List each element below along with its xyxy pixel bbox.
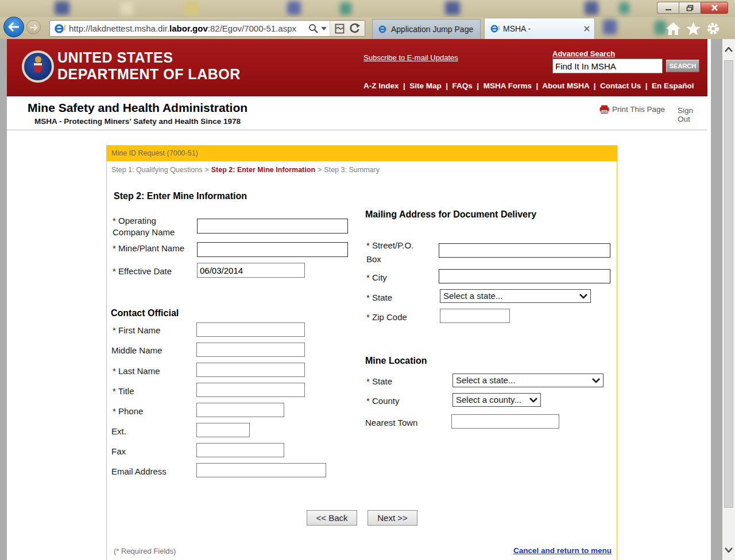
- back-step-button[interactable]: << Back: [307, 510, 357, 526]
- back-button[interactable]: [3, 17, 24, 37]
- minimize-button[interactable]: [657, 2, 679, 14]
- city-input[interactable]: [439, 269, 610, 283]
- tab-close-button[interactable]: [584, 24, 590, 33]
- operating-company-input[interactable]: [197, 219, 348, 234]
- mine-plant-input[interactable]: [197, 242, 348, 257]
- subscribe-link[interactable]: Subscribe to E-mail Updates: [363, 53, 458, 62]
- favorites-star-icon[interactable]: [686, 22, 701, 36]
- search-icon: [308, 24, 318, 33]
- scroll-down-button[interactable]: [722, 542, 735, 558]
- nav-faqs[interactable]: FAQs: [452, 81, 483, 90]
- close-button[interactable]: [701, 2, 728, 14]
- phone-input[interactable]: [196, 403, 284, 417]
- breadcrumb: Step 1: Qualifying Questions>Step 2: Ent…: [107, 161, 617, 178]
- middle-name-input[interactable]: [196, 343, 305, 357]
- forward-button[interactable]: [26, 20, 41, 34]
- nav-about-msha[interactable]: About MSHA: [542, 81, 600, 90]
- ext-label: Ext.: [111, 426, 126, 437]
- county-select[interactable]: Select a county...: [452, 393, 541, 407]
- location-state-value: Select a state...: [456, 375, 515, 385]
- chevron-down-icon: [592, 378, 600, 383]
- ie-icon: [489, 24, 500, 34]
- middle-name-label: Middle Name: [111, 345, 162, 356]
- settings-gear-icon[interactable]: [706, 22, 720, 36]
- desktop-icon-blur: [585, 1, 598, 15]
- effective-date-input[interactable]: [197, 263, 305, 278]
- msha-search-input[interactable]: [552, 59, 663, 73]
- street-input[interactable]: [439, 243, 610, 258]
- chevron-down-icon: [529, 398, 537, 403]
- chevron-down-icon: [321, 27, 327, 30]
- city-label: * City: [366, 272, 387, 283]
- fax-input[interactable]: [196, 443, 284, 457]
- chevron-up-icon: [725, 47, 733, 52]
- url-text[interactable]: http://lakdnettest.msha.dir.labor.gov:82…: [69, 24, 305, 33]
- title-label: * Title: [113, 386, 134, 397]
- panel-title: Mine ID Request (7000-51): [107, 145, 617, 161]
- url-prefix: http://lakdnettest.msha.dir.: [69, 24, 169, 33]
- search-button[interactable]: SEARCH: [666, 60, 699, 72]
- nearest-town-input[interactable]: [451, 414, 559, 429]
- scroll-up-button[interactable]: [722, 41, 735, 57]
- nav-site-map[interactable]: Site Map: [409, 81, 452, 90]
- location-state-select[interactable]: Select a state...: [452, 374, 604, 387]
- sign-out-link[interactable]: Sign Out: [678, 106, 707, 123]
- desktop-icon-blur: [655, 21, 666, 34]
- advanced-search-link[interactable]: Advanced Search: [552, 49, 615, 58]
- street-label: * Street/P.O. Box: [366, 239, 426, 266]
- ie-icon: [377, 24, 388, 34]
- first-name-input[interactable]: [196, 322, 305, 337]
- tab-msha[interactable]: MSHA -: [484, 18, 595, 39]
- agency-line2: DEPARTMENT OF LABOR: [57, 66, 241, 83]
- vertical-scrollbar[interactable]: [722, 39, 735, 560]
- nav-msha-forms[interactable]: MSHA Forms: [483, 81, 543, 90]
- url-suffix: :82/Egov/7000-51.aspx: [208, 24, 296, 33]
- close-icon: [584, 26, 590, 32]
- ext-input[interactable]: [196, 423, 250, 437]
- nav-en-espanol[interactable]: En Español: [652, 81, 694, 90]
- first-name-label: * First Name: [113, 325, 160, 336]
- desktop-icon-blur: [287, 1, 301, 15]
- home-icon[interactable]: [666, 22, 680, 35]
- contact-official-heading: Contact Official: [111, 308, 179, 318]
- compatibility-view-icon[interactable]: [335, 24, 345, 34]
- phone-label: * Phone: [113, 406, 143, 417]
- url-domain: labor.gov: [169, 24, 208, 33]
- last-name-input[interactable]: [196, 363, 305, 377]
- zip-label: * Zip Code: [366, 312, 407, 323]
- cancel-return-link[interactable]: Cancel and return to menu: [513, 546, 612, 555]
- back-arrow-icon: [8, 22, 20, 32]
- tab-label: MSHA -: [503, 24, 531, 33]
- title-input[interactable]: [196, 383, 305, 397]
- header-nav: A-Z IndexSite MapFAQsMSHA FormsAbout MSH…: [363, 81, 697, 90]
- address-bar[interactable]: http://lakdnettest.msha.dir.labor.gov:82…: [49, 20, 365, 37]
- mine-id-request-panel: Mine ID Request (7000-51) Step 1: Qualif…: [106, 145, 617, 560]
- msha-tagline: MSHA - Protecting Miners' Safety and Hea…: [34, 117, 241, 126]
- msha-title: Mine Safety and Health Administration: [28, 101, 247, 115]
- refresh-icon[interactable]: [349, 23, 360, 34]
- nav-az-index[interactable]: A-Z Index: [363, 81, 409, 90]
- breadcrumb-step3: Step 3: Summary: [324, 166, 380, 174]
- mailing-address-heading: Mailing Address for Document Delivery: [365, 209, 536, 220]
- breadcrumb-separator: >: [315, 166, 324, 174]
- restore-button[interactable]: [679, 2, 701, 14]
- scrollbar-thumb[interactable]: [724, 60, 733, 508]
- search-dropdown-zone[interactable]: [305, 24, 330, 33]
- last-name-label: * Last Name: [113, 365, 160, 377]
- email-label: Email Address: [111, 466, 167, 477]
- breadcrumb-step1[interactable]: Step 1: Qualifying Questions: [111, 166, 202, 174]
- print-this-page-link[interactable]: Print This Page: [599, 105, 665, 114]
- tab-label: Application Jump Page: [391, 25, 473, 34]
- zip-input[interactable]: [440, 309, 510, 323]
- tab-application-jump-page[interactable]: Application Jump Page: [372, 19, 481, 39]
- mailing-state-select[interactable]: Select a state...: [440, 289, 591, 303]
- nav-contact-us[interactable]: Contact Us: [600, 81, 652, 90]
- chrome-right-icons: [666, 22, 720, 36]
- email-input[interactable]: [196, 463, 326, 477]
- msha-subheader: Mine Safety and Health Administration MS…: [7, 96, 707, 131]
- desktop-icon-blur: [340, 2, 351, 15]
- next-step-button[interactable]: Next >>: [368, 510, 417, 526]
- seal-shield: [34, 63, 42, 73]
- desktop-icon-blur: [619, 2, 629, 14]
- desktop-icon-blur: [121, 2, 133, 15]
